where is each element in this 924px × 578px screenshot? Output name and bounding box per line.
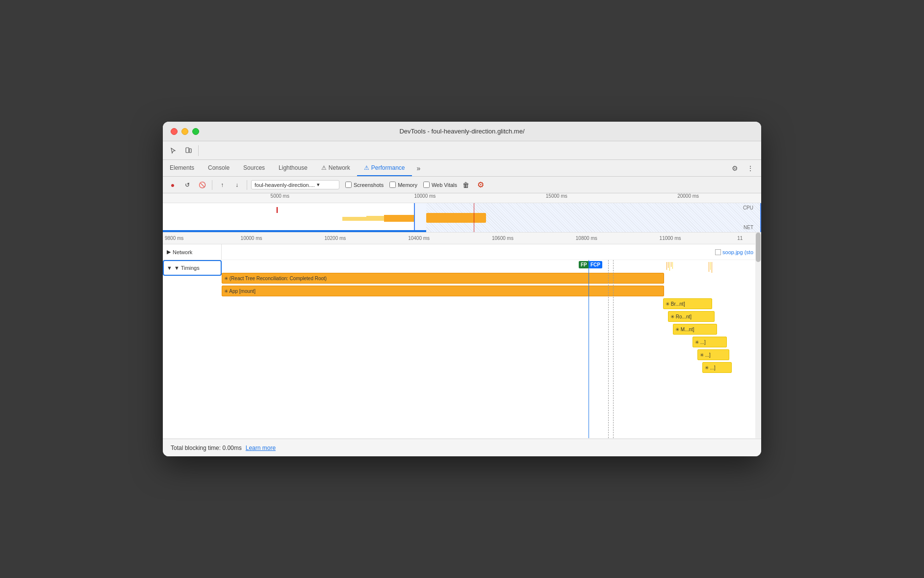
- flame-bar-ro-label: ✳ Ro...nt]: [670, 314, 692, 319]
- tick-5: [672, 262, 673, 269]
- toolbar-separator: [198, 145, 199, 156]
- network-expand-icon: ▶: [167, 249, 171, 255]
- tick-1: [667, 262, 667, 270]
- tab-lighthouse[interactable]: Lighthouse: [272, 160, 314, 176]
- memory-checkbox[interactable]: [389, 182, 396, 188]
- cpu-label: CPU: [743, 205, 753, 210]
- time-label-10800: 10800 ms: [576, 236, 597, 241]
- svg-rect-1: [189, 149, 191, 153]
- overview-label-15000: 15000 ms: [546, 193, 567, 199]
- learn-more-link[interactable]: Learn more: [246, 445, 276, 451]
- ov-bar-main: [384, 215, 414, 222]
- flame-bar-dots-3-label: ✳ ...]: [705, 365, 716, 370]
- overview-marker-1: [277, 207, 278, 213]
- more-options-button[interactable]: ⋮: [744, 161, 757, 175]
- screenshots-checkbox[interactable]: [345, 182, 352, 188]
- timeline-scrollbar-thumb[interactable]: [756, 233, 761, 262]
- file-icon: [715, 249, 721, 255]
- delete-recording-button[interactable]: 🗑: [460, 179, 472, 191]
- tick-7: [710, 262, 711, 270]
- overview-panel[interactable]: 5000 ms 10000 ms 15000 ms 20000 ms: [163, 193, 761, 233]
- flame-bar-dots-3[interactable]: ✳ ...]: [702, 362, 732, 373]
- web-vitals-checkbox[interactable]: [423, 182, 430, 188]
- flame-bar-dots-1[interactable]: ✳ ...]: [693, 337, 727, 347]
- main-timeline: 9800 ms 10000 ms 10200 ms 10400 ms 10600…: [163, 233, 761, 439]
- dashed-vline-2: [613, 260, 614, 438]
- dashed-vline-1: [608, 260, 609, 438]
- record-button[interactable]: ●: [167, 179, 179, 191]
- tick-group-1: [667, 262, 673, 271]
- flame-bar-dots-2[interactable]: ✳ ...]: [697, 349, 729, 360]
- flame-bar-dots-1-label: ✳ ...]: [695, 340, 706, 345]
- status-bar: Total blocking time: 0.00ms Learn more: [163, 439, 761, 456]
- ov-bar-2: [366, 216, 385, 221]
- timings-track-row: ▼ ▼ Timings: [163, 260, 761, 439]
- toolbar-sep-2: [247, 180, 247, 190]
- time-label-11000: 11000 ms: [660, 236, 681, 241]
- tick-6: [709, 262, 709, 272]
- tab-sources[interactable]: Sources: [236, 160, 272, 176]
- capture-settings-button[interactable]: ⚙: [475, 179, 487, 191]
- tab-lighthouse-label: Lighthouse: [279, 164, 308, 171]
- overview-content[interactable]: CPU NET: [163, 203, 761, 233]
- overview-label-10000: 10000 ms: [414, 193, 436, 199]
- flame-bar-br[interactable]: ✳ Br...nt]: [663, 298, 712, 309]
- tick-2: [668, 262, 668, 268]
- performance-warning-icon: ⚠: [364, 164, 369, 171]
- traffic-lights: [171, 128, 199, 135]
- flame-bar-m-label: ✳ M...nt]: [675, 327, 694, 332]
- ov-orange-blob: [426, 213, 486, 223]
- timings-label: ▼ Timings: [174, 265, 200, 271]
- settings-button[interactable]: ⚙: [728, 161, 742, 175]
- download-button[interactable]: ↓: [231, 179, 243, 191]
- web-vitals-label: Web Vitals: [432, 182, 457, 188]
- svg-rect-0: [186, 148, 189, 153]
- network-label: Network: [173, 249, 192, 255]
- network-track-label[interactable]: ▶ Network: [163, 244, 222, 260]
- tab-console[interactable]: Console: [201, 160, 236, 176]
- clear-button[interactable]: 🚫: [196, 179, 208, 191]
- screenshots-label: Screenshots: [354, 182, 384, 188]
- tab-performance-label: Performance: [371, 164, 405, 171]
- close-button[interactable]: [171, 128, 178, 135]
- device-toolbar-button[interactable]: [181, 144, 195, 158]
- main-time-ruler: 9800 ms 10000 ms 10200 ms 10400 ms 10600…: [163, 233, 761, 244]
- memory-checkbox-group: Memory: [389, 182, 417, 188]
- fp-badge: FP: [579, 261, 589, 268]
- flame-bar-br-label: ✳ Br...nt]: [666, 301, 685, 307]
- tick-3: [669, 262, 670, 271]
- cursor-tool-button[interactable]: [167, 144, 180, 158]
- network-track-row: ▶ Network soop.jpg (sto: [163, 244, 761, 260]
- more-tabs-button[interactable]: »: [412, 160, 426, 176]
- tab-console-label: Console: [208, 164, 230, 171]
- flame-bar-ro[interactable]: ✳ Ro...nt]: [668, 311, 715, 322]
- main-timeline-vline-blue: [589, 260, 589, 438]
- time-label-10600: 10600 ms: [492, 236, 513, 241]
- maximize-button[interactable]: [192, 128, 199, 135]
- tick-group-2: [709, 262, 712, 273]
- timeline-scrollbar-track[interactable]: [755, 233, 761, 439]
- tab-performance[interactable]: ⚠ Performance: [357, 160, 412, 176]
- tick-4: [671, 262, 671, 267]
- net-label: NET: [744, 225, 753, 230]
- main-toolbar: [163, 141, 761, 160]
- tab-elements[interactable]: Elements: [163, 160, 201, 176]
- time-label-10400: 10400 ms: [408, 236, 430, 241]
- ov-bar-1: [342, 217, 366, 221]
- toolbar-sep-1: [212, 180, 212, 190]
- reload-record-button[interactable]: ↺: [181, 179, 193, 191]
- timings-track-label[interactable]: ▼ ▼ Timings: [163, 260, 222, 276]
- minimize-button[interactable]: [181, 128, 188, 135]
- network-file-label: soop.jpg (sto: [722, 249, 753, 255]
- timings-expand-icon: ▼: [167, 265, 172, 271]
- timings-track-content: ✳ (React Tree Reconciliation: Completed …: [222, 260, 761, 438]
- time-label-10000: 10000 ms: [241, 236, 262, 241]
- flame-bar-app-mount[interactable]: ✳ App [mount]: [222, 286, 664, 296]
- upload-button[interactable]: ↑: [216, 179, 228, 191]
- screenshots-checkbox-group: Screenshots: [345, 182, 384, 188]
- tab-network[interactable]: ⚠ Network: [314, 160, 357, 176]
- flame-bar-react-tree[interactable]: ✳ (React Tree Reconciliation: Completed …: [222, 273, 664, 284]
- time-label-9800: 9800 ms: [165, 236, 183, 241]
- flame-bar-m[interactable]: ✳ M...nt]: [673, 324, 717, 335]
- url-dropdown[interactable]: foul-heavenly-direction.... ▾: [251, 180, 339, 189]
